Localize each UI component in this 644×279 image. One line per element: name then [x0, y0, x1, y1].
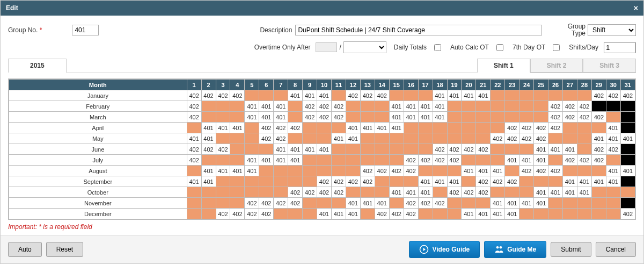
schedule-cell[interactable]: [534, 112, 548, 123]
schedule-cell[interactable]: 401: [216, 123, 230, 133]
schedule-cell[interactable]: 402: [187, 144, 201, 155]
schedule-cell[interactable]: 401: [534, 187, 548, 198]
schedule-cell[interactable]: 402: [462, 144, 476, 155]
schedule-cell[interactable]: 401: [591, 133, 606, 144]
schedule-cell[interactable]: [620, 112, 635, 123]
schedule-cell[interactable]: 402: [534, 133, 548, 144]
schedule-cell[interactable]: 401: [346, 133, 360, 144]
schedule-cell[interactable]: [505, 90, 519, 101]
schedule-cell[interactable]: 401: [375, 123, 389, 133]
schedule-cell[interactable]: [563, 166, 577, 176]
schedule-cell[interactable]: 402: [303, 187, 317, 198]
schedule-cell[interactable]: 401: [346, 198, 360, 209]
schedule-cell[interactable]: 401: [245, 155, 259, 166]
schedule-cell[interactable]: 401: [404, 101, 418, 112]
schedule-cell[interactable]: 401: [519, 198, 534, 209]
schedule-cell[interactable]: [491, 155, 505, 166]
schedule-cell[interactable]: [505, 112, 519, 123]
schedule-cell[interactable]: [274, 187, 288, 198]
schedule-cell[interactable]: [548, 198, 563, 209]
schedule-cell[interactable]: 401: [245, 166, 259, 176]
schedule-cell[interactable]: [462, 101, 476, 112]
schedule-cell[interactable]: 401: [230, 123, 245, 133]
schedule-cell[interactable]: [360, 101, 375, 112]
schedule-cell[interactable]: 401: [462, 166, 476, 176]
schedule-cell[interactable]: [433, 187, 447, 198]
schedule-cell[interactable]: [577, 144, 591, 155]
schedule-cell[interactable]: [563, 209, 577, 219]
schedule-cell[interactable]: 401: [201, 166, 216, 176]
schedule-cell[interactable]: [332, 90, 346, 101]
schedule-cell[interactable]: 402: [274, 133, 288, 144]
schedule-cell[interactable]: [447, 133, 462, 144]
schedule-cell[interactable]: 402: [491, 133, 505, 144]
schedule-cell[interactable]: [476, 112, 491, 123]
schedule-cell[interactable]: [462, 133, 476, 144]
schedule-cell[interactable]: 402: [519, 133, 534, 144]
schedule-cell[interactable]: [216, 101, 230, 112]
schedule-cell[interactable]: 401: [346, 209, 360, 219]
tab-shift-3[interactable]: Shift 3: [583, 59, 636, 73]
schedule-cell[interactable]: [201, 187, 216, 198]
schedule-cell[interactable]: [476, 123, 491, 133]
schedule-cell[interactable]: [519, 90, 534, 101]
schedule-cell[interactable]: 402: [462, 187, 476, 198]
schedule-cell[interactable]: 401: [491, 209, 505, 219]
schedule-cell[interactable]: [591, 198, 606, 209]
schedule-cell[interactable]: 401: [606, 176, 620, 187]
schedule-cell[interactable]: [404, 123, 418, 133]
schedule-cell[interactable]: 401: [332, 133, 346, 144]
schedule-cell[interactable]: 402: [187, 101, 201, 112]
schedule-cell[interactable]: [187, 123, 201, 133]
schedule-cell[interactable]: 402: [606, 144, 620, 155]
schedule-cell[interactable]: 401: [259, 155, 274, 166]
video-guide-button[interactable]: Video Guide: [409, 241, 480, 258]
schedule-cell[interactable]: 402: [360, 90, 375, 101]
schedule-cell[interactable]: 402: [230, 90, 245, 101]
schedule-cell[interactable]: 401: [288, 155, 303, 166]
schedule-cell[interactable]: 402: [389, 209, 404, 219]
schedule-cell[interactable]: 401: [288, 90, 303, 101]
schedule-cell[interactable]: [418, 144, 433, 155]
schedule-cell[interactable]: 402: [563, 155, 577, 166]
schedule-cell[interactable]: 402: [476, 187, 491, 198]
schedule-cell[interactable]: [216, 133, 230, 144]
schedule-cell[interactable]: [447, 209, 462, 219]
auto-calc-checkbox[interactable]: [496, 44, 503, 51]
schedule-cell[interactable]: [360, 209, 375, 219]
schedule-cell[interactable]: [288, 133, 303, 144]
schedule-cell[interactable]: [606, 198, 620, 209]
schedule-cell[interactable]: [216, 176, 230, 187]
schedule-cell[interactable]: [259, 166, 274, 176]
schedule-cell[interactable]: 401: [563, 176, 577, 187]
schedule-cell[interactable]: 401: [274, 101, 288, 112]
submit-button[interactable]: Submit: [551, 242, 591, 257]
schedule-cell[interactable]: [418, 123, 433, 133]
schedule-cell[interactable]: 402: [591, 144, 606, 155]
schedule-cell[interactable]: [259, 176, 274, 187]
group-no-input[interactable]: [72, 25, 99, 35]
schedule-cell[interactable]: 402: [548, 166, 563, 176]
schedule-cell[interactable]: [476, 133, 491, 144]
schedule-cell[interactable]: [245, 176, 259, 187]
schedule-cell[interactable]: [274, 176, 288, 187]
schedule-cell[interactable]: 401: [548, 144, 563, 155]
schedule-cell[interactable]: 402: [404, 209, 418, 219]
schedule-cell[interactable]: [288, 176, 303, 187]
schedule-cell[interactable]: 401: [245, 101, 259, 112]
schedule-cell[interactable]: [505, 187, 519, 198]
schedule-cell[interactable]: [245, 144, 259, 155]
schedule-cell[interactable]: [303, 176, 317, 187]
schedule-cell[interactable]: 401: [462, 90, 476, 101]
schedule-cell[interactable]: 402: [433, 155, 447, 166]
schedule-cell[interactable]: 401: [201, 123, 216, 133]
schedule-cell[interactable]: 401: [201, 176, 216, 187]
schedule-cell[interactable]: 401: [606, 166, 620, 176]
schedule-cell[interactable]: [519, 144, 534, 155]
schedule-cell[interactable]: [346, 112, 360, 123]
schedule-cell[interactable]: 401: [606, 123, 620, 133]
schedule-cell[interactable]: [375, 176, 389, 187]
schedule-cell[interactable]: 402: [418, 198, 433, 209]
schedule-cell[interactable]: [303, 166, 317, 176]
schedule-cell[interactable]: 402: [491, 176, 505, 187]
